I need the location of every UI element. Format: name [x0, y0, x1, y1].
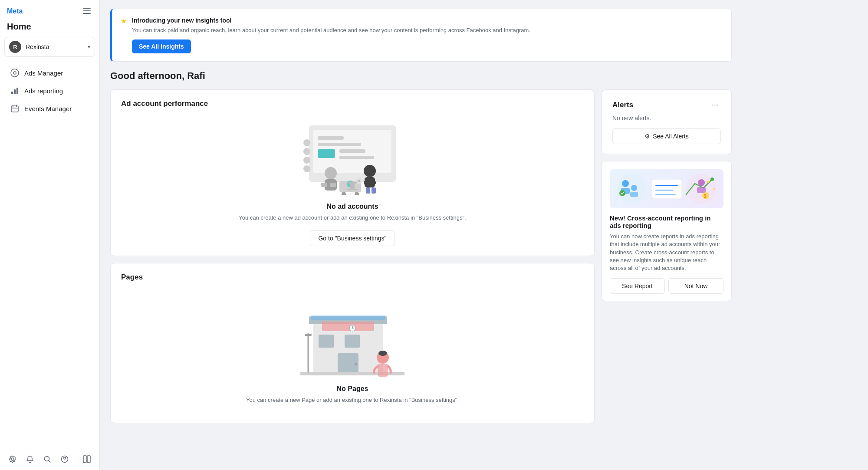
search-footer-button[interactable]: [42, 454, 53, 465]
events-manager-icon: [10, 104, 19, 113]
alerts-title: Alerts: [612, 101, 633, 109]
svg-point-79: [698, 179, 705, 186]
svg-point-35: [364, 165, 376, 177]
svg-rect-19: [87, 456, 90, 463]
see-all-alerts-label: See All Alerts: [653, 133, 689, 140]
svg-point-73: [710, 177, 714, 181]
svg-point-4: [11, 69, 19, 77]
banner-description: You can track paid and organic reach, le…: [132, 26, 723, 34]
svg-rect-37: [364, 181, 369, 184]
settings-footer-button[interactable]: [7, 454, 18, 465]
cross-account-illustration: ★ ★ $: [610, 169, 723, 208]
cross-account-description: You can now create reports in ads report…: [610, 233, 723, 272]
svg-point-66: [378, 351, 387, 356]
svg-rect-1: [83, 8, 91, 9]
left-column: Ad account performance: [110, 89, 595, 423]
svg-rect-63: [305, 334, 312, 336]
not-now-button[interactable]: Not Now: [668, 278, 723, 294]
no-ad-accounts-title: No ad accounts: [121, 203, 584, 210]
svg-rect-47: [348, 182, 357, 184]
svg-point-27: [303, 139, 310, 146]
svg-point-30: [303, 165, 310, 172]
svg-rect-48: [350, 184, 355, 189]
svg-point-13: [11, 458, 14, 460]
hamburger-icon: [83, 8, 91, 14]
svg-line-15: [49, 460, 50, 462]
svg-point-29: [303, 157, 310, 164]
nav-items: Ads Manager Ads reporting: [0, 62, 99, 448]
svg-point-5: [13, 72, 16, 74]
go-to-business-settings-button[interactable]: Go to "Business settings": [310, 230, 395, 246]
sidebar-item-ads-manager[interactable]: Ads Manager: [3, 64, 96, 82]
page-title: Home: [0, 20, 99, 37]
sidebar-item-label: Events Manager: [24, 105, 72, 112]
svg-text:Meta: Meta: [7, 7, 23, 15]
svg-rect-39: [366, 187, 370, 194]
no-alerts-text: No new alerts.: [612, 115, 721, 122]
svg-rect-69: [651, 179, 682, 199]
meta-logo: Meta: [7, 7, 33, 15]
footer-icons: [7, 454, 70, 465]
cross-account-title: New! Cross-account reporting in ads repo…: [610, 214, 723, 229]
svg-rect-55: [345, 335, 360, 348]
sidebar-item-events-manager[interactable]: Events Manager: [3, 100, 96, 117]
account-name: Rexinsta: [26, 43, 83, 50]
meta-logo-svg: Meta: [7, 7, 33, 15]
svg-rect-24: [318, 149, 335, 158]
svg-rect-26: [339, 156, 374, 159]
svg-rect-49: [347, 189, 358, 190]
svg-rect-58: [300, 372, 404, 375]
svg-rect-8: [16, 88, 18, 94]
no-ad-accounts-desc: You can create a new ad account or add a…: [121, 214, 584, 222]
sidebar-item-ads-reporting[interactable]: Ads reporting: [3, 82, 96, 99]
svg-rect-38: [371, 181, 376, 184]
search-icon: [43, 455, 51, 463]
see-all-alerts-button[interactable]: ⚙ See All Alerts: [612, 128, 721, 144]
svg-point-17: [64, 461, 65, 462]
pages-illustration: [121, 290, 584, 377]
settings-icon: [9, 455, 16, 463]
svg-rect-6: [11, 92, 13, 94]
svg-rect-52: [311, 316, 385, 320]
columns-footer-button[interactable]: [81, 454, 92, 465]
svg-rect-77: [630, 192, 638, 197]
svg-rect-25: [339, 149, 365, 153]
ad-account-card-title: Ad account performance: [121, 99, 584, 108]
main-content: ★ Introducing your new insights tool You…: [100, 0, 868, 470]
svg-rect-40: [372, 187, 376, 194]
ads-manager-icon: [10, 69, 19, 77]
sidebar-footer: [0, 448, 99, 470]
chevron-down-icon: ▾: [88, 44, 90, 50]
svg-rect-7: [14, 89, 16, 94]
pages-card: Pages: [110, 263, 595, 423]
svg-text:★: ★: [712, 186, 716, 191]
sidebar-item-label: Ads Manager: [24, 69, 63, 77]
bell-icon: [26, 455, 34, 463]
hamburger-button[interactable]: [81, 6, 92, 16]
svg-rect-33: [321, 183, 327, 187]
help-icon: [61, 455, 69, 463]
content-grid: Ad account performance: [110, 89, 732, 423]
svg-rect-22: [318, 136, 344, 140]
account-selector[interactable]: R Rexinsta ▾: [4, 37, 95, 57]
svg-rect-34: [330, 183, 336, 187]
svg-text:$: $: [704, 194, 707, 199]
bell-footer-button[interactable]: [24, 454, 36, 465]
svg-rect-18: [83, 456, 86, 463]
cross-account-card: ★ ★ $ New! Cross-account reporting in ad…: [602, 161, 732, 301]
alerts-more-button[interactable]: ···: [709, 99, 721, 110]
ad-account-performance-card: Ad account performance: [110, 89, 595, 256]
see-report-button[interactable]: See Report: [610, 278, 665, 294]
ad-account-illustration: [121, 117, 584, 195]
alerts-header: Alerts ···: [612, 99, 721, 110]
svg-rect-23: [318, 143, 361, 146]
svg-point-46: [358, 180, 360, 182]
banner-content: Introducing your new insights tool You c…: [132, 17, 723, 53]
see-all-insights-button[interactable]: See All Insights: [132, 39, 191, 53]
banner-title: Introducing your new insights tool: [132, 17, 723, 24]
sidebar: Meta Home R Rexinsta ▾ Ads Manager: [0, 0, 100, 470]
cross-account-actions: See Report Not Now: [610, 278, 723, 294]
help-footer-button[interactable]: [59, 454, 70, 465]
sidebar-item-label: Ads reporting: [24, 87, 63, 95]
svg-point-43: [355, 192, 359, 195]
